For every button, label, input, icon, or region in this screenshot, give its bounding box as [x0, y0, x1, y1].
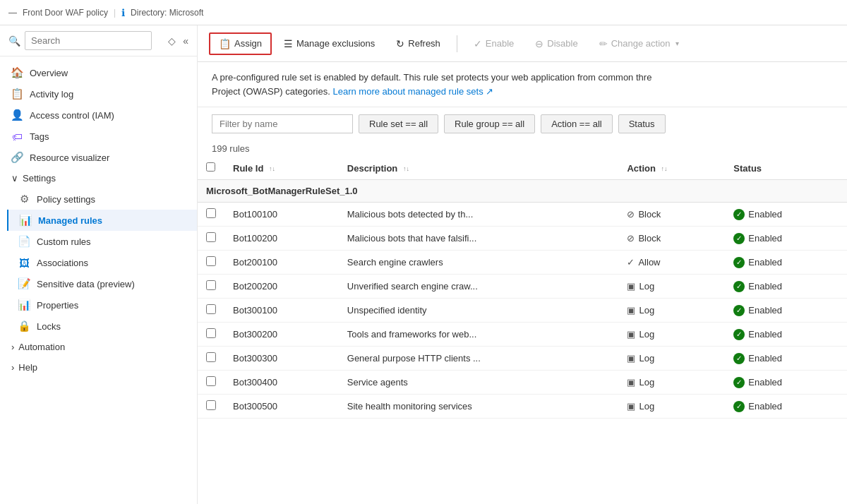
- description-text2: Project (OWASP) categories.: [212, 86, 330, 97]
- action-chip-label: Action == all: [551, 119, 602, 129]
- status-label: Enabled: [748, 233, 782, 244]
- search-icon: 🔍: [8, 35, 20, 47]
- row-select-checkbox[interactable]: [206, 376, 216, 386]
- action-cell: ⊘ Block: [618, 227, 725, 251]
- description-cell: Unspecified identity: [339, 299, 619, 323]
- custom-rules-icon: 📄: [18, 236, 30, 247]
- managed-rules-icon: 📊: [20, 215, 31, 226]
- table-row: Bot200200 Unverified search engine craw.…: [198, 275, 847, 299]
- action-cell: ▣ Log: [618, 275, 725, 299]
- sidebar-nav: 🏠 Overview 📋 Activity log 👤 Access contr…: [0, 56, 197, 383]
- action-type-icon: ▣: [627, 281, 635, 292]
- th-rule-id[interactable]: Rule Id ↑↓: [224, 157, 339, 180]
- th-action[interactable]: Action ↑↓: [618, 157, 725, 180]
- row-select-checkbox[interactable]: [206, 280, 216, 290]
- settings-section-header[interactable]: ∨ Settings: [0, 168, 197, 188]
- th-status[interactable]: Status: [725, 157, 847, 180]
- automation-section-header[interactable]: › Automation: [0, 337, 197, 357]
- action-filter-chip[interactable]: Action == all: [541, 114, 613, 133]
- associations-icon: 🖼: [18, 257, 30, 268]
- sidebar-item-overview[interactable]: 🏠 Overview: [0, 62, 197, 83]
- sidebar-item-associations[interactable]: 🖼 Associations: [7, 252, 197, 273]
- rule-set-filter-chip[interactable]: Rule set == all: [359, 114, 438, 133]
- change-action-button[interactable]: ✏ Change action ▾: [590, 33, 688, 54]
- assign-button[interactable]: 📋 Assign: [209, 32, 272, 55]
- top-bar-directory: Directory: Microsoft: [131, 8, 203, 18]
- sidebar-item-locks[interactable]: 🔒 Locks: [7, 316, 197, 337]
- row-select-checkbox[interactable]: [206, 400, 216, 410]
- action-type-icon: ⊘: [627, 233, 635, 244]
- status-cell: ✓ Enabled: [725, 371, 847, 395]
- rule-id-cell: Bot200100: [224, 251, 339, 275]
- action-sort-icon: ↑↓: [661, 166, 668, 172]
- sidebar-label-managed-rules: Managed rules: [38, 215, 102, 226]
- status-cell: ✓ Enabled: [725, 227, 847, 251]
- row-select-checkbox[interactable]: [206, 232, 216, 242]
- filters-bar: Rule set == all Rule group == all Action…: [198, 107, 847, 140]
- sidebar-search-bar: 🔍 ◇ «: [0, 25, 197, 56]
- table-row: Bot300200 Tools and frameworks for web..…: [198, 323, 847, 347]
- top-bar-title: Front Door WAF policy: [23, 8, 108, 18]
- th-description[interactable]: Description ↑↓: [339, 157, 619, 180]
- learn-more-link[interactable]: Learn more about managed rule sets ↗: [332, 86, 493, 97]
- refresh-button[interactable]: ↻ Refresh: [387, 33, 450, 54]
- enable-button[interactable]: ✓ Enable: [464, 33, 523, 54]
- filter-by-name-input[interactable]: [212, 114, 353, 133]
- change-action-label: Change action: [611, 38, 671, 49]
- disable-button[interactable]: ⊖ Disable: [526, 33, 587, 54]
- sidebar: 🔍 ◇ « 🏠 Overview 📋 Activity log 👤 Access…: [0, 25, 198, 504]
- help-section-header[interactable]: › Help: [0, 357, 197, 378]
- sidebar-item-policy-settings[interactable]: ⚙ Policy settings: [7, 188, 197, 210]
- action-cell: ▣ Log: [618, 371, 725, 395]
- sidebar-item-activity-log[interactable]: 📋 Activity log: [0, 83, 197, 104]
- status-cell: ✓ Enabled: [725, 395, 847, 419]
- help-chevron-icon: ›: [11, 362, 14, 373]
- row-select-checkbox[interactable]: [206, 328, 216, 338]
- row-select-checkbox[interactable]: [206, 208, 216, 218]
- table-header-row: Rule Id ↑↓ Description ↑↓ Action ↑↓ St: [198, 157, 847, 180]
- properties-icon: 📊: [18, 299, 30, 311]
- resource-viz-icon: 🔗: [11, 152, 23, 163]
- description-cell: Unverified search engine craw...: [339, 275, 619, 299]
- tags-icon: 🏷: [11, 131, 23, 142]
- row-checkbox-cell: [198, 275, 224, 299]
- status-dot: ✓: [733, 233, 745, 244]
- disable-icon: ⊖: [535, 38, 543, 49]
- action-type-icon: ▣: [627, 377, 635, 388]
- row-checkbox-cell: [198, 203, 224, 227]
- status-dot: ✓: [733, 209, 745, 220]
- sidebar-item-properties[interactable]: 📊 Properties: [7, 294, 197, 316]
- rule-group-chip-label: Rule group == all: [455, 119, 524, 129]
- table-body: Microsoft_BotManagerRuleSet_1.0 Bot10010…: [198, 180, 847, 419]
- sidebar-item-custom-rules[interactable]: 📄 Custom rules: [7, 231, 197, 252]
- select-all-checkbox[interactable]: [206, 162, 215, 172]
- sidebar-item-resource-visualizer[interactable]: 🔗 Resource visualizer: [0, 147, 197, 168]
- sidebar-item-tags[interactable]: 🏷 Tags: [0, 126, 197, 147]
- status-filter-chip[interactable]: Status: [618, 114, 666, 133]
- sidebar-item-sensitive-data[interactable]: 📝 Sensitive data (preview): [7, 273, 197, 294]
- collapse-icon[interactable]: «: [183, 35, 188, 47]
- row-checkbox-cell: [198, 323, 224, 347]
- action-label: Log: [639, 401, 654, 412]
- rule-group-filter-chip[interactable]: Rule group == all: [444, 114, 535, 133]
- description-bar: A pre-configured rule set is enabled by …: [198, 62, 847, 107]
- description-text: A pre-configured rule set is enabled by …: [212, 72, 651, 83]
- description-cell: Service agents: [339, 371, 619, 395]
- sidebar-item-managed-rules[interactable]: 📊 Managed rules: [7, 210, 197, 231]
- disable-label: Disable: [547, 38, 577, 49]
- rules-count: 199 rules: [198, 140, 847, 157]
- rules-table-container: Rule Id ↑↓ Description ↑↓ Action ↑↓ St: [198, 157, 847, 504]
- row-select-checkbox[interactable]: [206, 352, 216, 362]
- row-select-checkbox[interactable]: [206, 256, 216, 266]
- overview-icon: 🏠: [11, 67, 23, 78]
- top-bar: — Front Door WAF policy | ℹ Directory: M…: [0, 0, 847, 25]
- row-select-checkbox[interactable]: [206, 304, 216, 314]
- diamond-icon[interactable]: ◇: [168, 35, 176, 47]
- action-cell: ⊘ Block: [618, 203, 725, 227]
- search-input[interactable]: [25, 31, 152, 50]
- status-cell: ✓ Enabled: [725, 275, 847, 299]
- rule-id-cell: Bot300200: [224, 323, 339, 347]
- sidebar-item-access-control[interactable]: 👤 Access control (IAM): [0, 104, 197, 126]
- manage-exclusions-button[interactable]: ☰ Manage exclusions: [275, 33, 384, 54]
- row-checkbox-cell: [198, 395, 224, 419]
